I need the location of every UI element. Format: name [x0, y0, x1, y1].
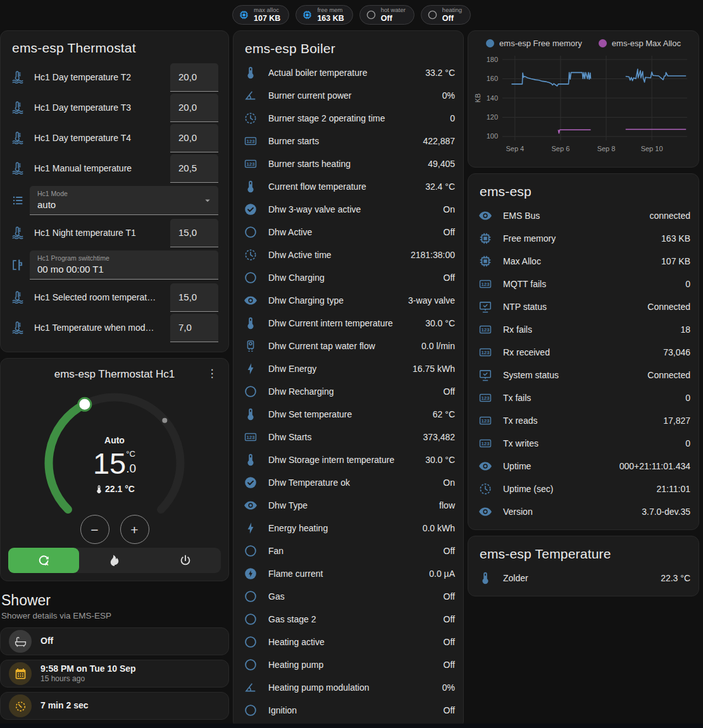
clock-icon	[244, 111, 258, 125]
entity-row[interactable]: Max Alloc 107 KB	[478, 250, 690, 273]
entity-row[interactable]: Version 3.7.0-dev.35	[478, 500, 690, 523]
entity-row[interactable]: Dhw Storage intern temperature 30.0 °C	[244, 448, 455, 471]
entity-row[interactable]: 123 Dhw Starts 373,482	[244, 426, 455, 448]
entity-value: 30.0 °C	[425, 455, 455, 465]
entity-row[interactable]: Heating pump modulation 0%	[244, 676, 455, 699]
shower-item[interactable]: 9:58 PM on Tue 10 Sep 15 hours ago	[0, 660, 229, 688]
thermometer-icon	[244, 66, 258, 80]
entity-row[interactable]: Heating active Off	[244, 631, 455, 653]
number-input[interactable]: 20,5	[170, 154, 218, 183]
number-input[interactable]: 15,0	[170, 283, 218, 312]
temp-decrease-button[interactable]: −	[80, 515, 109, 544]
entity-row[interactable]: Dhw Active Off	[244, 221, 455, 244]
hvac-mode-button[interactable]	[79, 548, 150, 573]
entity-row[interactable]: Ignition Off	[244, 699, 455, 722]
entity-value: 422,887	[423, 136, 455, 146]
entity-row[interactable]: Dhw 3-way valve active On	[244, 198, 455, 221]
entity-row: Hc1 Manual temperature 20,5	[11, 153, 218, 183]
svg-text:Sep 4: Sep 4	[506, 145, 524, 152]
legend-item[interactable]: ems-esp Free memory	[486, 39, 582, 48]
shower-item[interactable]: 7 min 2 sec	[0, 692, 229, 720]
entity-label: Dhw 3-way valve active	[268, 204, 438, 214]
entity-row[interactable]: Burner current power 0%	[244, 84, 455, 107]
entity-row[interactable]: System status Connected	[478, 364, 690, 386]
section-heading: Shower	[1, 592, 229, 609]
status-chip[interactable]: hot water Off	[359, 5, 414, 25]
entity-row[interactable]: 123 Rx fails 18	[478, 318, 690, 341]
entity-label: Dhw Starts	[268, 432, 418, 442]
hvac-mode-button[interactable]	[150, 548, 221, 573]
counter-icon: 123	[244, 157, 258, 171]
entity-value: 62 °C	[433, 409, 455, 419]
entity-row[interactable]: Gas Off	[244, 585, 455, 608]
entity-value: 21:11:01	[657, 484, 690, 494]
entity-row[interactable]: 123 Tx writes 0	[478, 432, 690, 455]
entity-row[interactable]: 123 Tx reads 17,827	[478, 409, 690, 432]
entity-row[interactable]: Dhw Charging Off	[244, 266, 455, 289]
item-primary-text: 7 min 2 sec	[40, 700, 89, 712]
entity-row[interactable]: Dhw Energy 16.75 kWh	[244, 357, 455, 380]
entity-row[interactable]: Fan Off	[244, 540, 455, 562]
thermostat-entities-card: ems-esp Thermostat Hc1 Day temperature T…	[0, 30, 229, 352]
shower-item[interactable]: Off	[0, 627, 229, 655]
line-chart[interactable]: 100120140160180Sep 4Sep 6Sep 8Sep 10KB	[473, 49, 692, 161]
number-input[interactable]: 20,0	[170, 63, 218, 92]
entity-row[interactable]: 123 Burner starts heating 49,405	[244, 152, 455, 175]
legend-item[interactable]: ems-esp Max Alloc	[599, 39, 681, 48]
entity-row[interactable]: EMS Bus connected	[478, 204, 690, 227]
status-chip[interactable]: heating Off	[421, 5, 471, 25]
dial-readout: Auto 15 °C .0 22.1 °C	[4, 435, 225, 494]
coolant-icon	[11, 70, 25, 84]
entity-row[interactable]: 123 MQTT fails 0	[478, 273, 690, 295]
svg-text:123: 123	[482, 350, 490, 355]
entity-row[interactable]: Dhw Charging type 3-way valve	[244, 289, 455, 312]
status-chip[interactable]: max alloc 107 KB	[232, 5, 289, 25]
status-chip[interactable]: free mem 163 KB	[296, 5, 352, 25]
field-label: Hc1 Program switchtime	[37, 254, 109, 263]
entity-row[interactable]: Uptime 000+21:11:01.434	[478, 455, 690, 478]
entity-row[interactable]: Dhw Temperature ok On	[244, 471, 455, 494]
hvac-mode-label: Auto	[4, 435, 225, 445]
number-input[interactable]: 7,0	[170, 314, 218, 342]
text-field[interactable]: Hc1 Program switchtime 00 mo 00:00 T1	[30, 250, 218, 280]
number-input[interactable]: 20,0	[170, 124, 218, 152]
entity-row[interactable]: Energy heating 0.0 kWh	[244, 517, 455, 540]
entity-row[interactable]: Gas stage 2 Off	[244, 608, 455, 631]
entity-row[interactable]: Actual boiler temperature 33.2 °C	[244, 61, 455, 84]
thermostat-dial[interactable]: Auto 15 °C .0 22.1 °C − +	[4, 382, 225, 545]
entity-label: Heating active	[268, 637, 439, 647]
entity-row[interactable]: Flame current 0.0 µA	[244, 562, 455, 585]
entity-row[interactable]: Heating pump Off	[244, 653, 455, 676]
target-temperature: 15 °C .0	[93, 448, 136, 478]
svg-text:123: 123	[482, 281, 490, 287]
entity-row[interactable]: Dhw Active time 2181:38:00	[244, 244, 455, 266]
entity-value: 107 KB	[661, 256, 690, 266]
entity-row[interactable]: NTP status Connected	[478, 295, 690, 318]
number-input[interactable]: 20,0	[170, 94, 218, 122]
mode-select[interactable]: Hc1 Mode auto	[30, 186, 218, 215]
chip-label: free mem	[317, 7, 344, 14]
number-input[interactable]: 15,0	[170, 219, 218, 247]
entity-value: 73,046	[663, 347, 690, 357]
entity-row[interactable]: Dhw Set temperature 62 °C	[244, 403, 455, 426]
entity-row[interactable]: Zolder 22.3 °C	[478, 567, 690, 589]
chevron-down-icon	[202, 195, 213, 206]
entity-row[interactable]: Free memory 163 KB	[478, 227, 690, 250]
more-menu-button[interactable]: ⋮	[206, 367, 218, 380]
entity-row[interactable]: 123 Burner starts 422,887	[244, 130, 455, 152]
entity-row[interactable]: Dhw Type flow	[244, 494, 455, 517]
temp-increase-button[interactable]: +	[120, 515, 149, 544]
entity-row[interactable]: Dhw Current intern temperature 30.0 °C	[244, 312, 455, 335]
entity-label: Hc1 Selected room temperat…	[34, 292, 170, 302]
svg-text:123: 123	[247, 435, 256, 440]
entity-row[interactable]: 123 Rx received 73,046	[478, 341, 690, 364]
chip-label: heating	[442, 7, 462, 14]
entity-row[interactable]: Burner stage 2 operating time 0	[244, 107, 455, 130]
entity-row[interactable]: Dhw Recharging Off	[244, 380, 455, 403]
entity-row[interactable]: Dhw Current tap water flow 0.0 l/min	[244, 335, 455, 357]
hvac-mode-button[interactable]: A	[8, 548, 79, 573]
entity-row[interactable]: Current flow temperature 32.4 °C	[244, 175, 455, 198]
entity-label: Dhw Energy	[268, 364, 407, 374]
entity-row[interactable]: Uptime (sec) 21:11:01	[478, 478, 690, 500]
entity-row[interactable]: 123 Tx fails 0	[478, 386, 690, 409]
